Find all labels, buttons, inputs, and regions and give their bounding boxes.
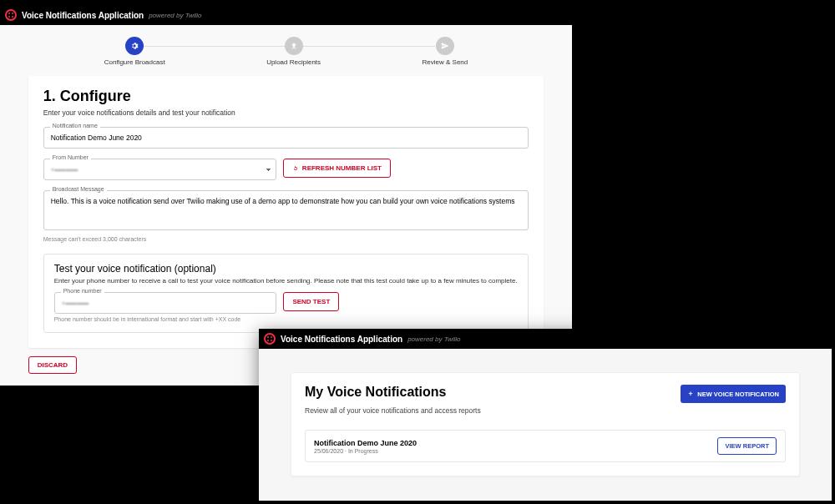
phone-value: +•••••••••• bbox=[62, 300, 89, 307]
twilio-logo-icon bbox=[5, 9, 17, 21]
notification-name-input[interactable] bbox=[43, 127, 529, 149]
step-label: Review & Send bbox=[423, 58, 468, 66]
message-label: Broadcast Message bbox=[50, 186, 107, 192]
view-report-button[interactable]: VIEW REPORT bbox=[717, 437, 777, 455]
plus-icon: ＋ bbox=[687, 390, 694, 398]
from-number-value: +•••••••••• bbox=[51, 166, 78, 174]
send-test-button[interactable]: SEND TEST bbox=[283, 292, 339, 311]
powered-by-label: powered by Twilio bbox=[149, 12, 201, 19]
send-test-label: SEND TEST bbox=[292, 298, 330, 305]
from-label: From Number bbox=[50, 154, 91, 160]
twilio-logo-icon bbox=[264, 333, 276, 345]
notification-item-meta: 25/06/2020 · In Progress bbox=[314, 448, 417, 454]
wizard-stepper: Configure Broadcast Upload Recipients Re… bbox=[53, 37, 519, 66]
step-label: Upload Recipients bbox=[266, 58, 321, 66]
step-label: Configure Broadcast bbox=[104, 58, 165, 66]
discard-button[interactable]: DISCARD bbox=[28, 356, 77, 374]
list-heading: My Voice Notifications bbox=[305, 385, 447, 400]
test-title: Test your voice notification (optional) bbox=[54, 263, 519, 275]
from-number-select[interactable]: +•••••••••• bbox=[43, 159, 276, 180]
test-description: Enter your phone number to receive a cal… bbox=[54, 277, 519, 285]
message-helper: Message can't exceed 3,000 characters bbox=[43, 236, 529, 242]
app-title: Voice Notifications Application bbox=[22, 11, 144, 20]
refresh-number-button[interactable]: REFRESH NUMBER LIST bbox=[283, 159, 391, 178]
app-title-2: Voice Notifications Application bbox=[281, 335, 402, 344]
new-notification-label: NEW VOICE NOTIFICATION bbox=[697, 391, 779, 398]
step-upload[interactable]: Upload Recipients bbox=[266, 37, 321, 66]
phone-number-input[interactable]: +•••••••••• bbox=[54, 292, 277, 314]
step-review[interactable]: Review & Send bbox=[423, 37, 468, 66]
send-icon bbox=[436, 37, 454, 55]
new-notification-button[interactable]: ＋ NEW VOICE NOTIFICATION bbox=[681, 385, 786, 403]
list-subheading: Review all of your voice notifications a… bbox=[305, 406, 786, 415]
notification-item-title: Notification Demo June 2020 bbox=[314, 439, 417, 447]
refresh-label: REFRESH NUMBER LIST bbox=[302, 164, 382, 172]
app-topbar-2: Voice Notifications Application powered … bbox=[259, 329, 832, 349]
configure-card: 1. Configure Enter your voice notificati… bbox=[28, 76, 544, 348]
refresh-icon bbox=[292, 165, 299, 172]
powered-by-label-2: powered by Twilio bbox=[407, 335, 460, 343]
name-label: Notification name bbox=[50, 123, 100, 129]
broadcast-message-input[interactable] bbox=[43, 190, 529, 230]
upload-icon bbox=[285, 37, 303, 55]
phone-label: Phone number bbox=[61, 288, 104, 294]
phone-helper: Phone number should be in international … bbox=[54, 316, 519, 322]
page-title: 1. Configure bbox=[43, 88, 529, 105]
test-section: Test your voice notification (optional) … bbox=[43, 254, 529, 333]
gear-icon bbox=[125, 37, 144, 55]
page-subtitle: Enter your voice notifications details a… bbox=[43, 108, 529, 117]
notification-list-item[interactable]: Notification Demo June 2020 25/06/2020 ·… bbox=[305, 430, 786, 462]
app-topbar: Voice Notifications Application powered … bbox=[0, 5, 572, 25]
notifications-card: My Voice Notifications ＋ NEW VOICE NOTIF… bbox=[291, 372, 800, 476]
step-configure[interactable]: Configure Broadcast bbox=[104, 37, 165, 66]
list-window: Voice Notifications Application powered … bbox=[259, 329, 832, 501]
